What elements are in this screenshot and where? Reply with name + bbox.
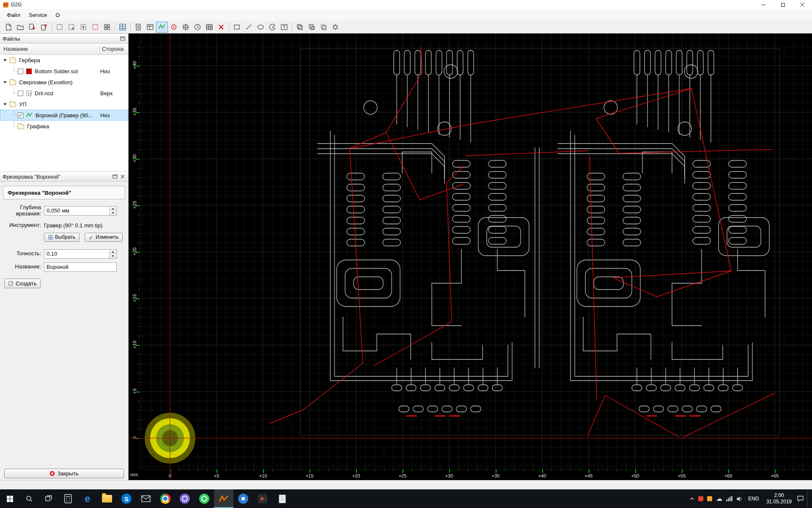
delete-button[interactable] [215, 22, 227, 33]
drill-marks-button[interactable] [168, 22, 180, 33]
float-panel-icon[interactable] [120, 36, 126, 41]
copy-button[interactable] [294, 22, 306, 33]
spin-down-button[interactable] [110, 211, 116, 215]
select-clear-button[interactable] [89, 22, 101, 33]
select-add-icon [68, 23, 75, 31]
taskbar-app-mail[interactable] [136, 489, 156, 508]
paste-button[interactable] [306, 22, 318, 33]
taskbar-app-g2g[interactable] [214, 489, 233, 508]
tree-row-side: Верх [100, 90, 113, 97]
action-center-button[interactable] [797, 496, 804, 502]
tray-network[interactable] [726, 496, 732, 501]
expander-icon[interactable] [3, 81, 7, 83]
checkbox[interactable] [18, 69, 23, 74]
depth-spinbox[interactable]: 0,050 мм [44, 206, 117, 215]
start-button[interactable] [0, 489, 19, 508]
clone-button[interactable] [318, 22, 329, 33]
panel-table-button[interactable] [144, 22, 156, 33]
edge-icon [82, 494, 93, 504]
tree-column-header: Название Сторона [0, 44, 128, 55]
precision-spinbox[interactable]: 0,10 [44, 249, 117, 259]
language-indicator[interactable]: ENG [746, 496, 761, 502]
tree-row-drills-folder[interactable]: Сверловки (Excellon) [0, 77, 128, 88]
menu-service[interactable]: Service [25, 10, 51, 20]
fit-view-button[interactable] [180, 22, 192, 33]
pcb-drawing[interactable] [140, 33, 812, 469]
tree-row-label: Dril.ncd [35, 90, 53, 97]
taskbar-app-skype[interactable] [117, 489, 136, 508]
panel-page-button[interactable] [132, 22, 144, 33]
draw-line-button[interactable] [243, 22, 255, 33]
spin-down-button[interactable] [110, 254, 116, 258]
mill-group-title: Фрезеровка "Вороной" [3, 186, 125, 199]
spin-up-button[interactable] [110, 207, 116, 211]
show-desktop-button[interactable] [807, 489, 809, 508]
tree-row-dril-ncd[interactable]: Dril.ncd Верх [0, 88, 128, 99]
minimize-button[interactable] [754, 0, 773, 9]
menu-about[interactable]: О [51, 10, 64, 20]
simulation-button[interactable] [192, 22, 203, 33]
select-grid-button[interactable] [101, 22, 113, 33]
maximize-button[interactable] [773, 0, 793, 9]
draw-ellipse-icon [257, 23, 264, 31]
taskbar-app-whatsapp[interactable] [195, 489, 214, 508]
checkbox-checked[interactable] [18, 113, 23, 118]
taskbar-app-chrome[interactable] [156, 489, 175, 508]
import-layer-button[interactable] [26, 22, 38, 33]
draw-ellipse-button[interactable] [255, 22, 266, 33]
close-panel-icon[interactable] [120, 174, 126, 179]
simulation-icon [194, 23, 201, 31]
open-file-button[interactable] [3, 22, 14, 33]
search-button[interactable] [19, 489, 39, 508]
settings-button[interactable] [329, 22, 341, 33]
open-folder-button[interactable] [14, 22, 26, 33]
task-view-button[interactable] [39, 489, 58, 508]
spin-up-button[interactable] [110, 250, 116, 254]
tree-row-bottom-solder[interactable]: Bottom Solder.sol Низ [0, 66, 128, 77]
taskbar-app-calculator[interactable] [58, 489, 78, 508]
pcb-canvas[interactable]: 0+5+10+15+20+25+30+35+40 0+5+10+15+20+25… [129, 33, 812, 480]
select-tool-button[interactable]: Выбрать [44, 233, 80, 242]
tree-row-up-folder[interactable]: УП [0, 99, 128, 110]
tray-shield[interactable] [698, 496, 703, 501]
create-button[interactable]: Создать [4, 279, 41, 288]
files-panel-title: Файлы [3, 36, 118, 42]
voronoi-tool-button[interactable] [156, 22, 168, 33]
draw-rect-button[interactable] [231, 22, 243, 33]
column-side[interactable]: Сторона [99, 46, 128, 52]
select-move-button[interactable] [77, 22, 89, 33]
tray-app[interactable] [707, 496, 712, 501]
gcode-table-button[interactable] [203, 22, 215, 33]
edit-tool-button[interactable]: Изменить [85, 233, 123, 242]
export-layer-button[interactable] [38, 22, 50, 33]
draw-arc-button[interactable] [266, 22, 278, 33]
draw-rect-icon [233, 23, 241, 31]
checkbox[interactable] [18, 91, 23, 96]
delete-icon [217, 23, 225, 31]
tray-cloud[interactable]: ☁ [716, 495, 722, 502]
float-panel-icon[interactable] [112, 174, 118, 179]
taskbar-app-explorer[interactable] [97, 489, 117, 508]
tree-row-voronoi[interactable]: Вороной (Гравер (90... Низ [0, 110, 128, 121]
close-panel-button[interactable]: Закрыть [4, 469, 124, 478]
expander-icon[interactable] [3, 103, 7, 105]
taskbar-app-viber[interactable] [175, 489, 195, 508]
select-add-button[interactable] [66, 22, 77, 33]
expander-icon[interactable] [3, 59, 7, 61]
cam-grid-button[interactable] [117, 22, 129, 33]
menu-file[interactable]: Файл [3, 10, 25, 20]
column-name[interactable]: Название [0, 46, 99, 52]
tree-row-graphics-folder[interactable]: Графика [0, 121, 128, 132]
draw-text-button[interactable] [278, 22, 290, 33]
select-rect-button[interactable] [54, 22, 66, 33]
taskbar-app-edge[interactable] [78, 489, 97, 508]
taskbar-app-notepad[interactable] [272, 489, 292, 508]
tray-chevron-button[interactable] [689, 497, 694, 501]
name-input[interactable]: Вороной [44, 262, 117, 272]
tray-volume[interactable] [736, 496, 743, 502]
taskbar-clock[interactable]: 2:00 31.05.2019 [765, 492, 793, 505]
tree-row-gerber-folder[interactable]: Гербера [0, 55, 128, 66]
taskbar-app-media[interactable] [253, 489, 272, 508]
close-button[interactable] [793, 0, 812, 9]
taskbar-app-blue[interactable] [233, 489, 253, 508]
